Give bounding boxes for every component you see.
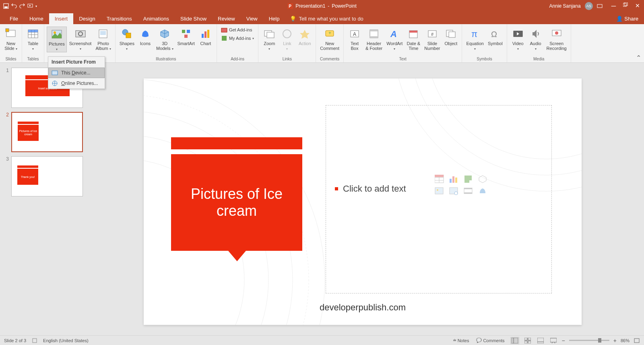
accessibility-icon[interactable] bbox=[32, 338, 37, 343]
menu-help[interactable]: Help bbox=[263, 13, 285, 24]
user-avatar[interactable]: AS bbox=[585, 2, 593, 10]
screen-recording-button[interactable]: ScreenRecording bbox=[545, 27, 568, 52]
dropdown-item-label: This Device... bbox=[61, 70, 91, 76]
dropdown-item-this-device[interactable]: This Device... bbox=[48, 68, 105, 78]
slide-thumb-3[interactable]: 3 Thank you! bbox=[0, 155, 89, 200]
group-label-comments: Comments bbox=[320, 56, 339, 62]
comments-button[interactable]: 💬Comments bbox=[475, 337, 506, 344]
new-slide-button[interactable]: NewSlide ▾ bbox=[2, 27, 19, 52]
menu-review[interactable]: Review bbox=[212, 13, 241, 24]
insert-picture-icon[interactable] bbox=[435, 187, 444, 196]
menu-slideshow[interactable]: Slide Show bbox=[175, 13, 212, 24]
comments-icon: 💬 bbox=[476, 338, 482, 343]
slide-canvas-area[interactable]: Pictures of Ice cream Click to add text bbox=[89, 63, 637, 341]
slide-thumbnail-panel[interactable]: 1 Insert a picture 2 Pictures of Ice cre… bbox=[0, 63, 89, 341]
menu-animations[interactable]: Animations bbox=[138, 13, 175, 24]
qat: ▾ bbox=[0, 3, 37, 9]
sorter-view-button[interactable] bbox=[523, 337, 532, 344]
equation-button[interactable]: π Equation▾ bbox=[464, 27, 485, 52]
menu-transitions[interactable]: Transitions bbox=[101, 13, 138, 24]
notes-button[interactable]: ≐Notes bbox=[451, 337, 471, 344]
powerpoint-icon: P bbox=[287, 3, 293, 9]
chart-button[interactable]: Chart bbox=[197, 27, 214, 47]
get-addins-button[interactable]: Get Add-ins bbox=[219, 26, 256, 34]
svg-rect-26 bbox=[184, 35, 188, 38]
icons-button[interactable]: Icons bbox=[137, 27, 154, 47]
share-button[interactable]: 👤 Share bbox=[616, 16, 638, 22]
slide-canvas[interactable]: Pictures of Ice cream Click to add text bbox=[144, 79, 582, 325]
menu-design[interactable]: Design bbox=[73, 13, 101, 24]
table-button[interactable]: Table▾ bbox=[25, 27, 41, 52]
normal-view-button[interactable] bbox=[510, 337, 519, 344]
menu-home[interactable]: Home bbox=[24, 13, 49, 24]
fit-window-button[interactable] bbox=[634, 338, 640, 343]
menu-insert[interactable]: Insert bbox=[49, 13, 74, 24]
zoom-in-button[interactable]: + bbox=[613, 337, 617, 344]
3d-models-button[interactable]: 3DModels ▾ bbox=[155, 27, 175, 52]
insert-smartart-icon[interactable] bbox=[464, 175, 473, 184]
photo-album-button[interactable]: PhotoAlbum ▾ bbox=[94, 27, 112, 52]
reading-view-button[interactable] bbox=[536, 337, 545, 344]
menu-view[interactable]: View bbox=[241, 13, 263, 24]
minimize-icon[interactable]: ─ bbox=[611, 2, 616, 10]
zoom-slider[interactable] bbox=[569, 340, 609, 341]
screenshot-button[interactable]: Screenshot▾ bbox=[68, 27, 93, 52]
slide-counter[interactable]: Slide 2 of 3 bbox=[4, 338, 26, 343]
pictures-button[interactable]: Pictures▾ bbox=[47, 27, 67, 52]
zoom-out-button[interactable]: − bbox=[562, 337, 565, 344]
textbox-button[interactable]: A TextBox bbox=[346, 27, 363, 52]
equation-icon: π bbox=[469, 27, 481, 40]
shapes-button[interactable]: Shapes▾ bbox=[118, 27, 136, 52]
share-label: Share bbox=[624, 16, 638, 22]
svg-rect-30 bbox=[221, 28, 227, 32]
user-name[interactable]: Annie Sanjana bbox=[549, 3, 581, 9]
insert-video-icon[interactable] bbox=[464, 187, 473, 196]
close-icon[interactable]: ✕ bbox=[635, 2, 640, 10]
svg-rect-88 bbox=[550, 338, 557, 342]
display-options-icon[interactable] bbox=[597, 3, 603, 9]
insert-chart-icon[interactable] bbox=[449, 175, 459, 184]
datetime-button[interactable]: Date &Time bbox=[405, 27, 422, 52]
menubar: File Home Insert Design Transitions Anim… bbox=[0, 12, 644, 24]
video-button[interactable]: Video▾ bbox=[510, 27, 526, 52]
watermark-text: developerpublish.com bbox=[320, 302, 406, 313]
insert-table-icon[interactable] bbox=[435, 175, 444, 184]
object-button[interactable]: Object bbox=[442, 27, 459, 47]
smartart-button[interactable]: SmartArt bbox=[176, 27, 196, 47]
slideshow-icon[interactable] bbox=[27, 3, 33, 9]
group-label-illustrations: Illustrations bbox=[156, 56, 176, 62]
wordart-button[interactable]: A WordArt▾ bbox=[385, 27, 404, 52]
menu-file[interactable]: File bbox=[4, 13, 24, 24]
header-footer-button[interactable]: Header& Footer bbox=[364, 27, 384, 52]
slide-thumb-2[interactable]: 2 Pictures of Ice cream bbox=[0, 111, 89, 155]
qat-customize-icon[interactable]: ▾ bbox=[35, 4, 37, 8]
zoom-button[interactable]: Zoom▾ bbox=[261, 27, 278, 52]
symbol-button[interactable]: Ω Symbol bbox=[486, 27, 504, 47]
save-icon[interactable] bbox=[3, 3, 9, 9]
vertical-scrollbar[interactable] bbox=[637, 63, 644, 341]
photo-album-icon bbox=[97, 27, 110, 40]
content-prompt: Click to add text bbox=[335, 184, 406, 194]
dropdown-item-online-pictures[interactable]: Online Pictures... bbox=[48, 78, 105, 89]
group-label-media: Media bbox=[533, 56, 544, 62]
content-placeholder[interactable]: Click to add text bbox=[326, 105, 552, 293]
ribbon-collapse-button[interactable]: ⌃ bbox=[634, 54, 642, 62]
redo-icon[interactable] bbox=[19, 3, 25, 9]
slide-title[interactable]: Pictures of Ice cream bbox=[171, 154, 302, 251]
slidenumber-button[interactable]: # SlideNumber bbox=[423, 27, 442, 52]
new-comment-button[interactable]: + NewComment bbox=[318, 27, 341, 52]
insert-3d-icon[interactable] bbox=[478, 175, 488, 184]
undo-icon[interactable] bbox=[11, 3, 17, 9]
group-label-links: Links bbox=[283, 56, 292, 62]
audio-button[interactable]: Audio▾ bbox=[527, 27, 544, 52]
svg-rect-33 bbox=[267, 32, 274, 38]
language-status[interactable]: English (United States) bbox=[43, 338, 89, 343]
insert-icon-icon[interactable] bbox=[478, 187, 488, 196]
my-addins-button[interactable]: My Add-ins ▾ bbox=[219, 34, 256, 42]
insert-online-picture-icon[interactable] bbox=[449, 187, 459, 196]
comment-icon: + bbox=[323, 27, 336, 40]
maximize-icon[interactable] bbox=[623, 2, 628, 10]
zoom-level[interactable]: 86% bbox=[621, 338, 630, 343]
slideshow-view-button[interactable] bbox=[549, 337, 558, 344]
tellme-search[interactable]: 💡 Tell me what you want to do bbox=[290, 16, 363, 24]
